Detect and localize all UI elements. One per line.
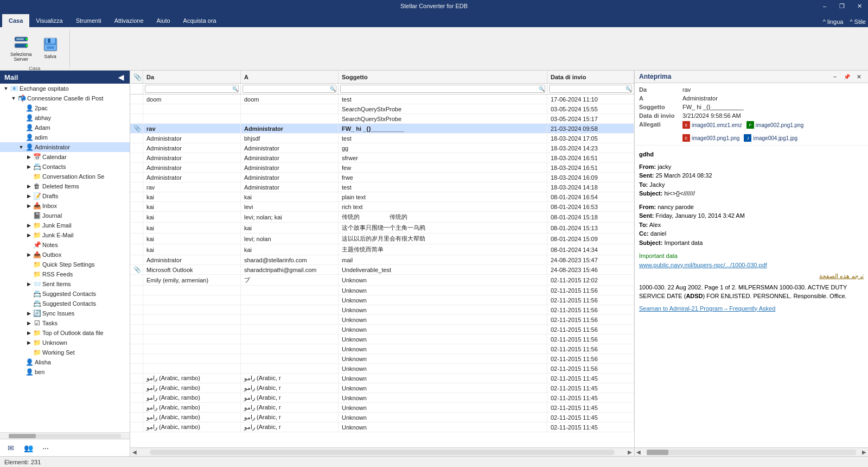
email-row[interactable]: ravAdministratortest18-03-2024 14:18: [130, 182, 634, 192]
expand-icon[interactable]: [17, 368, 25, 376]
email-row[interactable]: 📎Microsoft Outlooksharadctripathi@gmail.…: [130, 265, 634, 275]
sidebar-item-adam[interactable]: 👤 Adam: [0, 123, 130, 132]
expand-icon[interactable]: ▶: [25, 222, 33, 229]
expand-icon[interactable]: [25, 270, 33, 278]
expand-icon[interactable]: ▼: [10, 94, 17, 102]
sidebar-item-2pac[interactable]: 👤 2pac: [0, 103, 130, 113]
preview-bottom-scroll[interactable]: ◀ ▶: [635, 447, 868, 456]
expand-icon[interactable]: ▶: [25, 329, 33, 337]
expand-icon[interactable]: ▼: [17, 143, 25, 151]
search-cell-da[interactable]: [143, 84, 241, 94]
sidebar-item-conversation-action[interactable]: 📁 Conversation Action Se: [0, 172, 130, 181]
body-link[interactable]: www.public.navy.mil/bupers-npc/.../1000-…: [639, 262, 767, 268]
col-header-data[interactable]: Data di invio: [547, 71, 634, 83]
sidebar-item-adim[interactable]: 👤 adim: [0, 132, 130, 142]
email-row[interactable]: Administratorsharad@stellarinfo.commail2…: [130, 255, 634, 265]
arabic-link[interactable]: ترجم هذه الصفحة: [819, 273, 864, 279]
mail-bottom-icon[interactable]: ✉: [4, 441, 17, 455]
minimize-button[interactable]: –: [816, 0, 833, 12]
tab-acquista[interactable]: Acquista ora: [177, 14, 223, 27]
email-row[interactable]: Emily (emily, armenian)ブUnknown02-11-201…: [130, 275, 634, 286]
col-header-soggetto[interactable]: Soggetto: [339, 71, 547, 83]
sidebar-item-deleted-items[interactable]: ▶ 🗑 Deleted Items: [0, 181, 130, 191]
sidebar-item-journal[interactable]: 📓 Journal: [0, 211, 130, 220]
sidebar-item-exchange[interactable]: ▼ 📧 Exchange ospitato: [0, 84, 130, 93]
sidebar-item-drafts[interactable]: ▶ 📝 Drafts: [0, 191, 130, 201]
sidebar-item-calendar[interactable]: ▶ 📅 Calendar: [0, 152, 130, 162]
sidebar-item-top-outlook[interactable]: ▶ 📁 Top of Outlook data file: [0, 328, 130, 338]
search-input-a[interactable]: [242, 85, 336, 93]
expand-icon[interactable]: ▶: [25, 153, 33, 161]
email-row[interactable]: رامو (Arabic, rambo)رامو (Arabic, rUnkno…: [130, 403, 634, 413]
lingua-btn[interactable]: ^ lingua: [823, 18, 844, 25]
sidebar-item-administrator[interactable]: ▼ 👤 Administrator: [0, 142, 130, 152]
expand-icon[interactable]: [17, 358, 25, 366]
stile-btn[interactable]: ^ Stile: [850, 18, 866, 25]
email-row[interactable]: kailevi; nolan; kai传统的 传统的08-01-2024 15:…: [130, 212, 634, 223]
email-row[interactable]: Unknown02-11-2015 11:56: [130, 354, 634, 364]
expand-icon[interactable]: [17, 134, 25, 141]
email-row[interactable]: AdministratorAdministratorfew18-03-2024 …: [130, 163, 634, 173]
sidebar-item-working-set[interactable]: 📁 Working Set: [0, 348, 130, 357]
email-row[interactable]: رامو (Arabic, rambo)رامو (Arabic, rUnkno…: [130, 413, 634, 422]
expand-icon[interactable]: [25, 241, 33, 249]
email-row[interactable]: Unknown02-11-2015 11:56: [130, 305, 634, 315]
sidebar-item-sent-items[interactable]: ▶ 📨 Sent Items: [0, 279, 130, 289]
email-row[interactable]: kailevi; nolan这以以后的岁月里会有很大帮助08-01-2024 1…: [130, 234, 634, 244]
attachment-2[interactable]: P image002.png1.png: [746, 121, 803, 129]
tab-visualizza[interactable]: Visualizza: [29, 14, 69, 27]
expand-icon[interactable]: ▶: [25, 339, 33, 346]
email-row[interactable]: kaikai这个故事只围绕一个主角一乌鸦08-01-2024 15:13: [130, 223, 634, 234]
expand-icon[interactable]: ▼: [2, 85, 10, 92]
sidebar-item-suggested-contacts-2[interactable]: 📇 Suggested Contacts: [0, 299, 130, 308]
email-row[interactable]: kailevirich text08-01-2024 16:53: [130, 202, 634, 212]
sidebar-item-unknown[interactable]: ▶ 📁 Unknown: [0, 338, 130, 348]
search-cell-data[interactable]: [547, 84, 634, 94]
close-button[interactable]: ✕: [851, 0, 868, 12]
h-scroll-track[interactable]: [150, 450, 615, 455]
sidebar-item-suggested-contacts-1[interactable]: 📇 Suggested Contacts: [0, 289, 130, 299]
email-row[interactable]: AdministratorAdministratorfrwe18-03-2024…: [130, 173, 634, 182]
tab-strumenti[interactable]: Strumenti: [69, 14, 108, 27]
email-row[interactable]: Unknown02-11-2015 11:56: [130, 295, 634, 305]
preview-pin-btn[interactable]: 📌: [842, 72, 852, 81]
sidebar-item-ben[interactable]: 👤 ben: [0, 367, 130, 377]
email-row[interactable]: AdministratorAdministratorsfrwer18-03-20…: [130, 153, 634, 163]
col-header-a[interactable]: A: [241, 71, 339, 83]
sidebar-item-rss[interactable]: 📁 RSS Feeds: [0, 269, 130, 279]
search-cell-soggetto[interactable]: [339, 84, 547, 94]
expand-icon[interactable]: ▶: [25, 280, 33, 288]
preview-minimize-btn[interactable]: –: [830, 72, 840, 81]
expand-icon[interactable]: [25, 300, 33, 307]
sidebar-item-sync-issues[interactable]: ▶ 🔄 Sync Issues: [0, 308, 130, 318]
contacts-bottom-icon[interactable]: 👥: [22, 441, 35, 455]
preview-h-scroll-track[interactable]: [647, 450, 856, 455]
tab-attivazione[interactable]: Attivazione: [108, 14, 150, 27]
expand-icon[interactable]: ▶: [25, 231, 33, 239]
expand-icon[interactable]: [25, 261, 33, 268]
email-row[interactable]: Unknown02-11-2015 11:56: [130, 335, 634, 344]
more-bottom-icon[interactable]: ···: [39, 441, 52, 455]
seleziona-server-button[interactable]: SelezionaServer: [7, 31, 36, 65]
sidebar-item-alisha[interactable]: 👤 Alisha: [0, 357, 130, 367]
expand-icon[interactable]: [17, 124, 25, 131]
email-row[interactable]: kaikaiplain text08-01-2024 16:54: [130, 192, 634, 202]
email-row[interactable]: Unknown02-11-2015 11:56: [130, 325, 634, 335]
expand-icon[interactable]: ▶: [25, 163, 33, 171]
expand-icon[interactable]: ▶: [25, 310, 33, 317]
expand-icon[interactable]: [25, 212, 33, 219]
sidebar-item-abhay[interactable]: 👤 abhay: [0, 113, 130, 123]
expand-icon[interactable]: [25, 349, 33, 356]
expand-icon[interactable]: ▶: [25, 192, 33, 200]
expand-icon[interactable]: ▶: [25, 202, 33, 210]
expand-icon[interactable]: ▶: [25, 319, 33, 327]
restore-button[interactable]: ❐: [833, 0, 851, 12]
attachment-4[interactable]: J image004.jpg1.jpg: [744, 134, 797, 142]
sidebar-item-junk-e-mail[interactable]: ▶ 📁 Junk E-Mail: [0, 230, 130, 240]
body-bottom-link[interactable]: Seaman to Admiral-21 Program – Frequentl…: [639, 305, 775, 312]
expand-icon[interactable]: [17, 104, 25, 112]
salva-button[interactable]: Salva: [38, 34, 63, 62]
search-cell-a[interactable]: [241, 84, 339, 94]
sidebar-item-inbox[interactable]: ▶ 📥 Inbox: [0, 201, 130, 211]
attachment-3[interactable]: E image003.png1.png: [682, 134, 739, 142]
